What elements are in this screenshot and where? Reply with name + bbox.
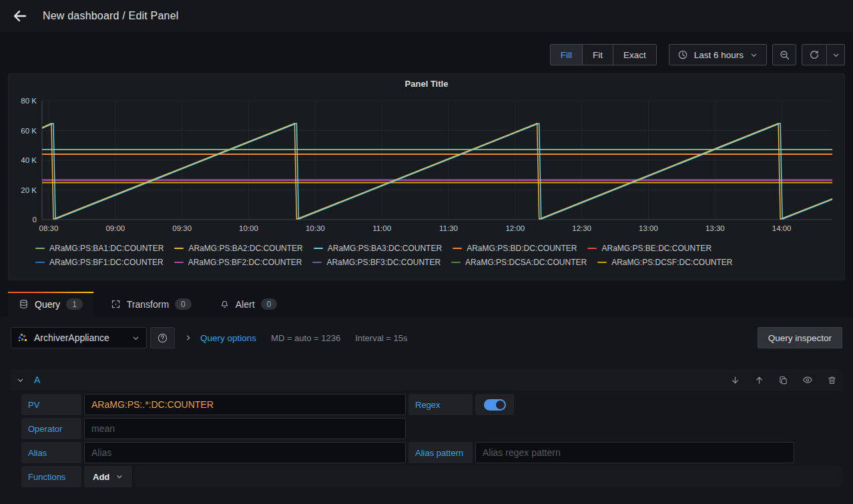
svg-text:12:30: 12:30 — [572, 224, 591, 232]
legend-item[interactable]: ARaMG:PS:BF3:DC:COUNTER — [312, 258, 441, 267]
add-function-label: Add — [93, 472, 109, 482]
tab-label: Transform — [127, 299, 169, 310]
refresh-interval-dropdown[interactable] — [826, 45, 844, 65]
datasource-name: ArchiverAppliance — [34, 332, 125, 343]
svg-text:13:00: 13:00 — [639, 224, 658, 232]
app-header: New dashboard / Edit Panel — [0, 0, 853, 32]
query-options-interval: Interval = 15s — [355, 333, 407, 343]
refresh-button[interactable] — [802, 45, 826, 65]
legend-item[interactable]: ARaMG:PS:DCSA:DC:COUNTER — [451, 258, 587, 267]
svg-text:13:30: 13:30 — [705, 224, 725, 232]
chevron-down-icon — [131, 334, 140, 342]
legend-item[interactable]: ARaMG:PS:BD:DC:COUNTER — [453, 244, 577, 253]
chevron-down-icon — [750, 51, 758, 59]
legend-item[interactable]: ARaMG:PS:BA2:DC:COUNTER — [174, 244, 302, 253]
tab-query[interactable]: Query1 — [8, 292, 93, 316]
datasource-select[interactable]: ArchiverAppliance — [11, 327, 147, 348]
alias-pattern-input[interactable] — [475, 442, 794, 463]
chevron-down-icon[interactable] — [16, 376, 25, 385]
regex-label: Regex — [408, 394, 473, 415]
operator-row: Operator — [21, 418, 842, 439]
svg-text:09:30: 09:30 — [172, 224, 192, 232]
query-row-header: A — [11, 369, 842, 391]
query-form: PV Regex Operator Alias Alias pattern Fu… — [21, 394, 842, 487]
add-function-button[interactable]: Add — [84, 466, 132, 487]
legend-series-dash — [597, 262, 607, 263]
legend-series-dash — [35, 248, 45, 249]
legend-series-label: ARaMG:PS:DCSF:DC:COUNTER — [611, 258, 732, 267]
page-title: New dashboard / Edit Panel — [43, 10, 179, 22]
refresh-split-button — [802, 44, 845, 65]
legend-series-dash — [35, 262, 45, 263]
tab-count-badge: 0 — [261, 298, 278, 310]
legend-item[interactable]: ARaMG:PS:BA1:DC:COUNTER — [35, 244, 164, 253]
transform-icon — [111, 299, 121, 309]
query-options-label[interactable]: Query options — [200, 333, 256, 343]
display-mode-group: FillFitExact — [550, 44, 657, 65]
copy-icon[interactable] — [778, 375, 788, 385]
datasource-help-button[interactable] — [150, 327, 175, 348]
legend-series-dash — [174, 262, 184, 263]
svg-text:10:30: 10:30 — [306, 224, 325, 232]
refresh-icon — [809, 49, 820, 60]
question-circle-icon — [157, 332, 168, 344]
chevron-down-icon — [832, 51, 840, 59]
chevron-right-icon — [184, 334, 192, 342]
svg-text:60 K: 60 K — [21, 127, 37, 135]
display-mode-exact-button[interactable]: Exact — [613, 44, 657, 65]
legend-series-label: ARaMG:PS:BA2:DC:COUNTER — [188, 244, 302, 253]
eye-icon[interactable] — [802, 374, 813, 385]
legend-item[interactable]: ARaMG:PS:BA3:DC:COUNTER — [314, 244, 442, 253]
legend-series-dash — [314, 248, 323, 249]
tab-label: Alert — [236, 299, 255, 310]
alias-label: Alias — [21, 442, 81, 463]
query-row-actions — [730, 374, 837, 385]
legend-series-dash — [451, 262, 461, 263]
editor-tabs: Query1Transform0Alert0 — [8, 292, 845, 316]
arrow-up-icon[interactable] — [754, 375, 764, 385]
operator-label: Operator — [21, 418, 81, 439]
legend-item[interactable]: ARaMG:PS:BF1:DC:COUNTER — [35, 258, 164, 267]
legend-series-dash — [587, 248, 597, 249]
svg-text:11:00: 11:00 — [372, 224, 391, 232]
time-range-picker[interactable]: Last 6 hours — [669, 44, 767, 65]
arrow-left-icon[interactable] — [12, 8, 28, 24]
trash-icon[interactable] — [827, 375, 837, 385]
operator-input[interactable] — [84, 418, 406, 439]
alias-input[interactable] — [84, 442, 406, 463]
pv-input[interactable] — [84, 394, 406, 415]
display-mode-fill-button[interactable]: Fill — [550, 44, 583, 65]
panel-preview: Panel Title 020 K40 K60 K80 K08:3009:000… — [8, 73, 845, 280]
active-tab-accent — [8, 292, 93, 293]
query-options-summary[interactable]: Query options MD = auto = 1236 Interval … — [184, 333, 408, 343]
legend-series-label: ARaMG:PS:BE:DC:COUNTER — [601, 244, 712, 253]
tab-count-badge: 0 — [175, 298, 192, 310]
time-series-chart: 020 K40 K60 K80 K08:3009:0009:3010:0010:… — [13, 93, 840, 242]
tab-transform[interactable]: Transform0 — [100, 292, 202, 316]
legend-series-label: ARaMG:PS:BA1:DC:COUNTER — [49, 244, 164, 253]
svg-text:0: 0 — [33, 216, 37, 224]
bell-icon — [220, 299, 230, 309]
tab-alert[interactable]: Alert0 — [209, 292, 288, 316]
functions-row: Functions Add — [21, 466, 842, 487]
clock-icon — [677, 49, 688, 60]
legend-item[interactable]: ARaMG:PS:BF2:DC:COUNTER — [174, 258, 302, 267]
toggle-knob — [496, 401, 505, 409]
arrow-down-icon[interactable] — [730, 375, 740, 385]
functions-label: Functions — [21, 466, 81, 487]
svg-text:40 K: 40 K — [21, 156, 37, 164]
svg-text:10:00: 10:00 — [239, 224, 258, 232]
display-mode-fit-button[interactable]: Fit — [582, 44, 613, 65]
legend-item[interactable]: ARaMG:PS:DCSF:DC:COUNTER — [597, 258, 732, 267]
pv-row: PV Regex — [21, 394, 842, 415]
legend-series-label: ARaMG:PS:BF2:DC:COUNTER — [188, 258, 302, 267]
regex-toggle[interactable] — [475, 394, 514, 415]
database-icon — [19, 299, 29, 309]
legend-item[interactable]: ARaMG:PS:BE:DC:COUNTER — [587, 244, 712, 253]
query-inspector-button[interactable]: Query inspector — [758, 327, 842, 348]
legend-series-dash — [453, 248, 462, 249]
svg-text:09:00: 09:00 — [105, 224, 125, 232]
panel-toolbar: FillFitExact Last 6 hours — [8, 44, 845, 65]
magnifier-minus-icon — [779, 49, 790, 61]
zoom-out-button[interactable] — [772, 44, 796, 65]
